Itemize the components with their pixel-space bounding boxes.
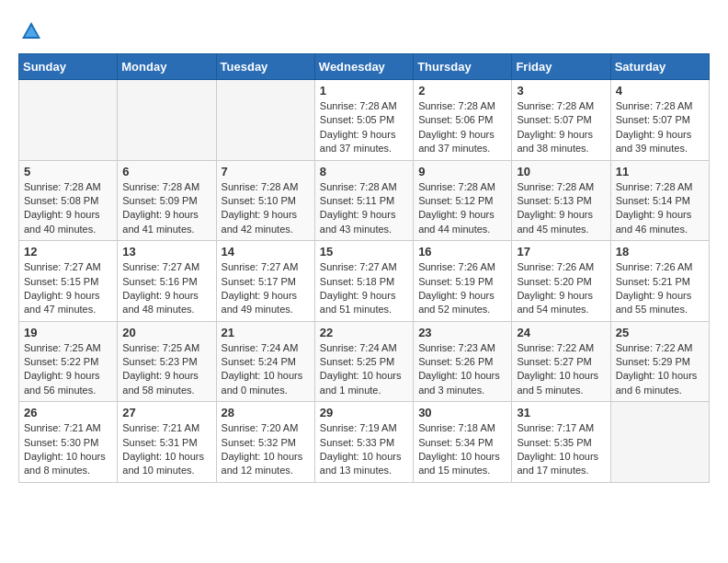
day-info: Sunrise: 7:27 AM Sunset: 5:16 PM Dayligh… [122,260,210,317]
calendar-cell: 12Sunrise: 7:27 AM Sunset: 5:15 PM Dayli… [19,241,118,322]
day-info: Sunrise: 7:21 AM Sunset: 5:31 PM Dayligh… [122,421,210,478]
day-info: Sunrise: 7:26 AM Sunset: 5:21 PM Dayligh… [616,260,704,317]
calendar-cell: 13Sunrise: 7:27 AM Sunset: 5:16 PM Dayli… [118,241,216,322]
calendar-cell: 6Sunrise: 7:28 AM Sunset: 5:09 PM Daylig… [118,160,216,241]
day-number: 24 [517,326,605,339]
day-info: Sunrise: 7:21 AM Sunset: 5:30 PM Dayligh… [24,421,112,478]
weekday-header-saturday: Saturday [610,54,709,80]
calendar-body: 1Sunrise: 7:28 AM Sunset: 5:05 PM Daylig… [19,80,710,483]
day-number: 28 [222,406,310,419]
day-number: 18 [616,245,704,259]
day-number: 20 [122,326,210,339]
calendar-cell: 22Sunrise: 7:24 AM Sunset: 5:25 PM Dayli… [314,321,413,402]
day-number: 27 [122,406,210,419]
calendar-cell: 2Sunrise: 7:28 AM Sunset: 5:06 PM Daylig… [414,80,512,161]
day-info: Sunrise: 7:24 AM Sunset: 5:25 PM Dayligh… [320,341,408,398]
day-info: Sunrise: 7:17 AM Sunset: 5:35 PM Dayligh… [517,421,605,478]
day-number: 22 [320,326,408,339]
day-number: 9 [418,165,506,178]
calendar-cell: 3Sunrise: 7:28 AM Sunset: 5:07 PM Daylig… [512,80,610,161]
week-row-4: 19Sunrise: 7:25 AM Sunset: 5:22 PM Dayli… [19,321,710,402]
calendar-cell: 19Sunrise: 7:25 AM Sunset: 5:22 PM Dayli… [19,321,118,402]
calendar-cell: 28Sunrise: 7:20 AM Sunset: 5:32 PM Dayli… [216,402,314,483]
header [18,18,710,44]
weekday-header-monday: Monday [118,54,216,80]
day-info: Sunrise: 7:27 AM Sunset: 5:17 PM Dayligh… [222,260,310,317]
day-info: Sunrise: 7:22 AM Sunset: 5:27 PM Dayligh… [517,341,605,398]
day-info: Sunrise: 7:24 AM Sunset: 5:24 PM Dayligh… [222,341,310,398]
calendar-table: SundayMondayTuesdayWednesdayThursdayFrid… [18,53,710,483]
day-info: Sunrise: 7:28 AM Sunset: 5:10 PM Dayligh… [222,180,310,237]
day-info: Sunrise: 7:28 AM Sunset: 5:07 PM Dayligh… [517,99,605,156]
logo-icon [18,18,44,44]
day-number: 31 [517,406,605,419]
day-number: 26 [24,406,112,419]
day-info: Sunrise: 7:27 AM Sunset: 5:15 PM Dayligh… [24,260,112,317]
day-number: 14 [222,245,310,259]
weekday-header-wednesday: Wednesday [314,54,413,80]
calendar-cell [19,80,118,161]
calendar-cell: 10Sunrise: 7:28 AM Sunset: 5:13 PM Dayli… [512,160,610,241]
day-info: Sunrise: 7:18 AM Sunset: 5:34 PM Dayligh… [418,421,506,478]
calendar-cell: 1Sunrise: 7:28 AM Sunset: 5:05 PM Daylig… [314,80,413,161]
day-number: 23 [418,326,506,339]
day-info: Sunrise: 7:28 AM Sunset: 5:12 PM Dayligh… [418,180,506,237]
calendar-cell: 17Sunrise: 7:26 AM Sunset: 5:20 PM Dayli… [512,241,610,322]
day-info: Sunrise: 7:27 AM Sunset: 5:18 PM Dayligh… [320,260,408,317]
day-number: 13 [122,245,210,259]
week-row-2: 5Sunrise: 7:28 AM Sunset: 5:08 PM Daylig… [19,160,710,241]
day-number: 19 [24,326,112,339]
calendar-cell: 26Sunrise: 7:21 AM Sunset: 5:30 PM Dayli… [19,402,118,483]
calendar-cell: 25Sunrise: 7:22 AM Sunset: 5:29 PM Dayli… [610,321,709,402]
week-row-3: 12Sunrise: 7:27 AM Sunset: 5:15 PM Dayli… [19,241,710,322]
day-number: 30 [418,406,506,419]
calendar-cell [118,80,216,161]
day-number: 7 [222,165,310,178]
calendar-cell: 11Sunrise: 7:28 AM Sunset: 5:14 PM Dayli… [610,160,709,241]
day-number: 5 [24,165,112,178]
day-number: 11 [616,165,704,178]
day-info: Sunrise: 7:28 AM Sunset: 5:08 PM Dayligh… [24,180,112,237]
day-number: 15 [320,245,408,259]
day-number: 10 [517,165,605,178]
calendar-cell: 18Sunrise: 7:26 AM Sunset: 5:21 PM Dayli… [610,241,709,322]
day-info: Sunrise: 7:28 AM Sunset: 5:13 PM Dayligh… [517,180,605,237]
weekday-header-thursday: Thursday [414,54,512,80]
weekday-header-friday: Friday [512,54,610,80]
calendar-cell: 29Sunrise: 7:19 AM Sunset: 5:33 PM Dayli… [314,402,413,483]
calendar-header: SundayMondayTuesdayWednesdayThursdayFrid… [19,54,710,80]
day-number: 6 [122,165,210,178]
calendar-cell [216,80,314,161]
calendar-cell: 30Sunrise: 7:18 AM Sunset: 5:34 PM Dayli… [414,402,512,483]
day-info: Sunrise: 7:25 AM Sunset: 5:22 PM Dayligh… [24,341,112,398]
day-number: 29 [320,406,408,419]
day-info: Sunrise: 7:25 AM Sunset: 5:23 PM Dayligh… [122,341,210,398]
day-info: Sunrise: 7:19 AM Sunset: 5:33 PM Dayligh… [320,421,408,478]
calendar-cell: 15Sunrise: 7:27 AM Sunset: 5:18 PM Dayli… [314,241,413,322]
day-info: Sunrise: 7:26 AM Sunset: 5:20 PM Dayligh… [517,260,605,317]
calendar-cell: 16Sunrise: 7:26 AM Sunset: 5:19 PM Dayli… [414,241,512,322]
day-info: Sunrise: 7:26 AM Sunset: 5:19 PM Dayligh… [418,260,506,317]
day-info: Sunrise: 7:28 AM Sunset: 5:11 PM Dayligh… [320,180,408,237]
calendar-cell: 9Sunrise: 7:28 AM Sunset: 5:12 PM Daylig… [414,160,512,241]
weekday-header-sunday: Sunday [19,54,118,80]
day-info: Sunrise: 7:28 AM Sunset: 5:05 PM Dayligh… [320,99,408,156]
day-number: 16 [418,245,506,259]
day-number: 2 [418,84,506,98]
day-number: 21 [222,326,310,339]
weekday-header-row: SundayMondayTuesdayWednesdayThursdayFrid… [19,54,710,80]
calendar-cell: 31Sunrise: 7:17 AM Sunset: 5:35 PM Dayli… [512,402,610,483]
weekday-header-tuesday: Tuesday [216,54,314,80]
day-info: Sunrise: 7:22 AM Sunset: 5:29 PM Dayligh… [616,341,704,398]
calendar-cell: 20Sunrise: 7:25 AM Sunset: 5:23 PM Dayli… [118,321,216,402]
calendar-cell: 4Sunrise: 7:28 AM Sunset: 5:07 PM Daylig… [610,80,709,161]
day-number: 4 [616,84,704,98]
day-number: 17 [517,245,605,259]
week-row-5: 26Sunrise: 7:21 AM Sunset: 5:30 PM Dayli… [19,402,710,483]
day-info: Sunrise: 7:28 AM Sunset: 5:07 PM Dayligh… [616,99,704,156]
calendar-cell [610,402,709,483]
page-container: SundayMondayTuesdayWednesdayThursdayFrid… [0,0,728,492]
day-number: 25 [616,326,704,339]
day-number: 3 [517,84,605,98]
week-row-1: 1Sunrise: 7:28 AM Sunset: 5:05 PM Daylig… [19,80,710,161]
